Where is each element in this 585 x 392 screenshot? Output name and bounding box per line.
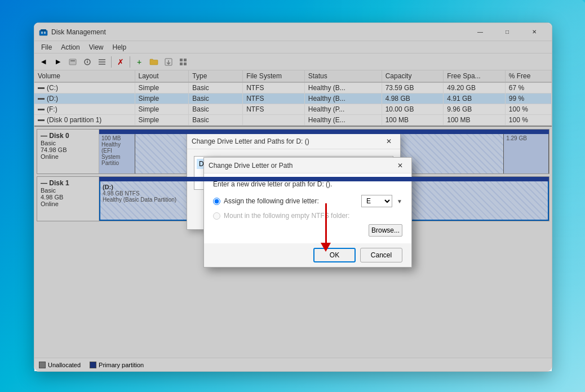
dialog-outer-close[interactable]: ✕ xyxy=(382,136,396,147)
main-window: Disk Management — □ ✕ File Action View H… xyxy=(34,23,552,372)
letter-select[interactable]: E F G xyxy=(361,195,392,207)
radio-assign-label: Assign the following drive letter: xyxy=(224,197,358,205)
dialog-outer-titlebar: Change Drive Letter and Paths for D: () … xyxy=(187,133,400,149)
dialog-inner-close[interactable]: ✕ xyxy=(393,160,407,171)
dialog-inner: Change Drive Letter or Path ✕ Enter a ne… xyxy=(203,157,412,268)
radio-mount-folder[interactable] xyxy=(213,212,220,220)
dropdown-arrow-icon: ▼ xyxy=(397,198,402,204)
browse-row: Browse... xyxy=(213,224,402,237)
inner-cancel-button[interactable]: Cancel xyxy=(360,248,402,262)
inner-ok-button[interactable]: OK xyxy=(313,248,356,262)
radio-row-letter: Assign the following drive letter: E F G… xyxy=(213,195,402,207)
dialog-inner-buttons: OK Cancel xyxy=(204,243,411,267)
arrow-line xyxy=(325,203,327,243)
dialog-inner-title: Change Drive Letter or Path xyxy=(209,162,393,170)
browse-button[interactable]: Browse... xyxy=(369,224,402,237)
dialog-inner-titlebar: Change Drive Letter or Path ✕ xyxy=(204,158,411,173)
dialog-inner-body: Enter a new drive letter or path for D: … xyxy=(204,173,411,243)
modal-overlay: Change Drive Letter and Paths for D: () … xyxy=(34,23,552,371)
dialog-outer-title: Change Drive Letter and Paths for D: () xyxy=(192,137,382,145)
arrow-head xyxy=(321,243,331,252)
radio-assign-letter[interactable] xyxy=(213,198,220,205)
radio-mount-label: Mount in the following empty NTFS folder… xyxy=(224,212,402,220)
radio-row-mount: Mount in the following empty NTFS folder… xyxy=(213,212,402,220)
dialog-inner-instruction: Enter a new drive letter or path for D: … xyxy=(213,180,402,188)
